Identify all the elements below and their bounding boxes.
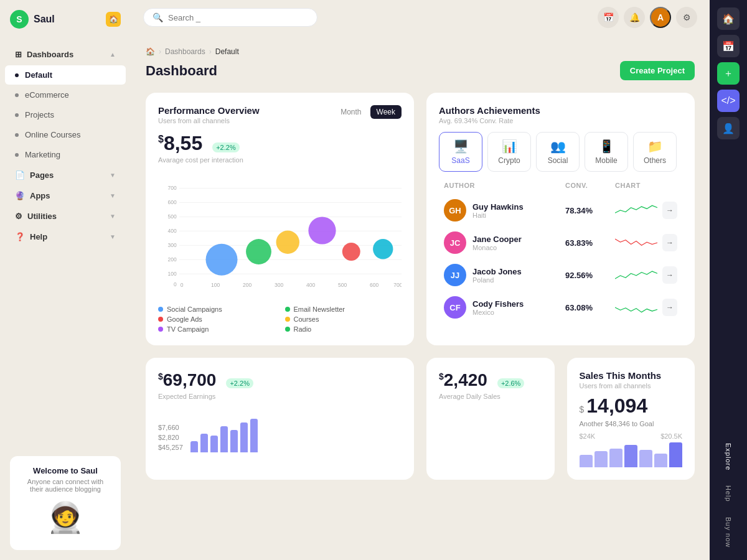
rp-home-button[interactable]: 🏠 bbox=[717, 7, 740, 30]
chevron-down-icon: ▼ bbox=[110, 233, 116, 240]
authors-card: Authors Achievements Avg. 69.34% Conv. R… bbox=[426, 93, 695, 345]
author-tab-mobile[interactable]: 📱 Mobile bbox=[585, 132, 628, 172]
legend-item: Radio bbox=[285, 325, 402, 333]
tab-label: Others bbox=[644, 156, 666, 165]
create-project-button[interactable]: Create Project bbox=[620, 61, 695, 80]
bar bbox=[250, 419, 258, 452]
author-tab-others[interactable]: 📁 Others bbox=[633, 132, 677, 172]
legend-dot bbox=[285, 307, 290, 312]
rp-code-button[interactable]: </> bbox=[717, 90, 740, 112]
search-box[interactable]: 🔍 bbox=[143, 8, 317, 27]
svg-point-24 bbox=[246, 239, 271, 264]
conv-rate: 63.08% bbox=[565, 303, 615, 312]
bubble-chart-svg: 700 600 500 400 300 200 100 0 0 100 200 … bbox=[158, 174, 402, 298]
sidebar-item-label: Dashboards bbox=[27, 50, 73, 59]
author-details: Jane Cooper Monaco bbox=[472, 235, 522, 251]
bar-list-item: $7,660 bbox=[158, 422, 183, 432]
user-avatar-button[interactable]: A bbox=[650, 7, 671, 28]
daily-sales-card: $2,420 +2.6% Average Daily Sales bbox=[426, 358, 555, 480]
tab-month[interactable]: Month bbox=[334, 105, 367, 119]
stats-row: $69,700 +2.2% Expected Earnings $7,660 $… bbox=[146, 358, 695, 480]
chevron-up-icon: ▲ bbox=[110, 51, 116, 58]
settings-button[interactable]: ⚙ bbox=[676, 7, 697, 28]
rp-buynow-label[interactable]: Buy now bbox=[725, 512, 732, 553]
legend-label: Courses bbox=[294, 315, 319, 323]
author-country: Mexico bbox=[472, 309, 524, 316]
author-tab-saas[interactable]: 🖥️ SaaS bbox=[439, 132, 482, 172]
sidebar-item-help[interactable]: ❓ Help ▼ bbox=[5, 227, 126, 246]
legend-item: TV Campaign bbox=[158, 325, 275, 333]
earnings-label: Expected Earnings bbox=[158, 393, 402, 400]
search-input[interactable] bbox=[168, 13, 308, 22]
tab-week[interactable]: Week bbox=[370, 105, 402, 119]
sidebar-item-label: eCommerce bbox=[25, 90, 69, 100]
pages-icon: 📄 bbox=[15, 170, 25, 180]
legend-label: Radio bbox=[294, 325, 312, 333]
view-author-button[interactable]: → bbox=[662, 202, 677, 219]
rp-calendar-button[interactable]: 📅 bbox=[717, 35, 740, 57]
svg-text:600: 600 bbox=[168, 199, 177, 205]
sidebar-item-online-courses[interactable]: Online Courses bbox=[5, 125, 126, 144]
avatar: JJ bbox=[444, 264, 466, 286]
rp-users-button[interactable]: 👤 bbox=[717, 117, 740, 139]
sidebar-item-projects[interactable]: Projects bbox=[5, 105, 126, 124]
sidebar-item-pages[interactable]: 📄 Pages ▼ bbox=[5, 166, 126, 185]
chart-legend: Social Campaigns Email Newsletter Google… bbox=[158, 306, 402, 333]
sidebar-item-label: Pages bbox=[30, 170, 54, 180]
bar bbox=[200, 434, 208, 452]
sidebar-item-apps[interactable]: 🔮 Apps ▼ bbox=[5, 186, 126, 205]
sales-dollar: $ bbox=[580, 404, 585, 414]
active-indicator bbox=[15, 73, 19, 77]
main-content: 🔍 📅 🔔 A ⚙ 🏠 › Dashboards › Default Dashb… bbox=[131, 0, 710, 560]
author-tab-crypto[interactable]: 📊 Crypto bbox=[487, 132, 531, 172]
legend-dot bbox=[285, 317, 290, 322]
col-chart: CHART bbox=[615, 182, 677, 189]
performance-card: Performance Overview Users from all chan… bbox=[146, 93, 414, 345]
svg-text:200: 200 bbox=[243, 282, 251, 288]
legend-label: Email Newsletter bbox=[294, 306, 345, 313]
sidebar-item-dashboards[interactable]: ⊞ Dashboards ▲ bbox=[5, 45, 126, 64]
sidebar-toggle-button[interactable]: 🏠 bbox=[106, 12, 121, 27]
notifications-button[interactable]: 🔔 bbox=[624, 7, 645, 28]
sidebar-item-utilities[interactable]: ⚙ Utilities ▼ bbox=[5, 207, 126, 226]
sales-subtitle: Users from all channels bbox=[580, 382, 683, 390]
breadcrumb-dashboards[interactable]: Dashboards bbox=[165, 47, 205, 56]
svg-text:300: 300 bbox=[275, 282, 283, 288]
view-author-button[interactable]: → bbox=[662, 299, 677, 316]
calendar-button[interactable]: 📅 bbox=[598, 7, 619, 28]
view-author-button[interactable]: → bbox=[662, 234, 677, 251]
others-icon: 📁 bbox=[647, 139, 663, 154]
sidebar-item-label: Apps bbox=[30, 191, 50, 200]
sidebar-item-default[interactable]: Default bbox=[5, 65, 126, 85]
sales-y1: $24K bbox=[580, 432, 596, 440]
utilities-icon: ⚙ bbox=[15, 212, 22, 221]
svg-text:200: 200 bbox=[168, 256, 177, 263]
right-stats: $2,420 +2.6% Average Daily Sales Sales T… bbox=[426, 358, 695, 480]
author-country: Poland bbox=[472, 276, 522, 284]
sales-goal: Another $48,346 to Goal bbox=[580, 420, 683, 427]
author-tab-social[interactable]: 👥 Social bbox=[536, 132, 580, 172]
sidebar-item-marketing[interactable]: Marketing bbox=[5, 145, 126, 164]
rp-help-label[interactable]: Help bbox=[725, 480, 732, 507]
sidebar-item-ecommerce[interactable]: eCommerce bbox=[5, 85, 126, 105]
authors-table: AUTHOR CONV. CHART GH Guy Hawkins Haiti bbox=[439, 182, 682, 324]
rp-add-button[interactable]: ＋ bbox=[717, 62, 740, 85]
author-info: JJ Jacob Jones Poland bbox=[444, 264, 565, 286]
svg-point-26 bbox=[308, 217, 336, 244]
daily-sales-badge: +2.6% bbox=[497, 378, 525, 388]
earnings-value: $69,700 bbox=[158, 370, 216, 390]
svg-text:600: 600 bbox=[370, 282, 378, 288]
rp-explore-label[interactable]: Explore bbox=[725, 438, 732, 475]
svg-text:100: 100 bbox=[211, 282, 220, 288]
sidebar-header: S Saul 🏠 bbox=[0, 0, 131, 39]
tab-label: Social bbox=[548, 156, 568, 165]
view-author-button[interactable]: → bbox=[662, 266, 677, 284]
page-title: Dashboard bbox=[146, 63, 217, 79]
author-details: Guy Hawkins Haiti bbox=[472, 202, 524, 219]
sparkline bbox=[615, 233, 657, 252]
svg-text:500: 500 bbox=[338, 282, 347, 288]
table-header: AUTHOR CONV. CHART bbox=[439, 182, 682, 194]
svg-text:500: 500 bbox=[168, 213, 177, 220]
conv-rate: 78.34% bbox=[565, 206, 615, 215]
tab-label: Mobile bbox=[595, 156, 617, 165]
